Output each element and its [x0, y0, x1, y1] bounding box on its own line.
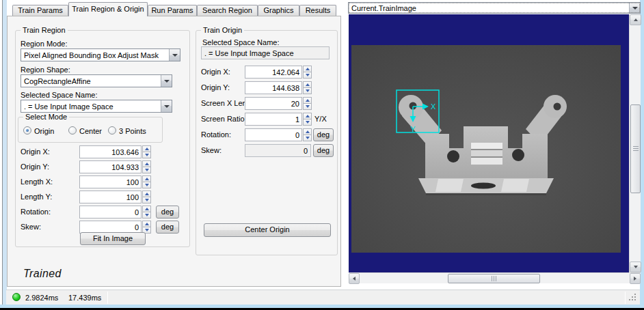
- spin-down-button[interactable]: [142, 182, 151, 188]
- grip-icon: [633, 146, 639, 152]
- triangle-up-icon: [145, 208, 149, 210]
- fit-in-image-button[interactable]: Fit In Image: [80, 232, 146, 245]
- triangle-down-icon: [145, 199, 149, 201]
- region-shape-dropdown[interactable]: CogRectangleAffine: [21, 74, 172, 87]
- triangle-down-icon: [306, 89, 310, 92]
- triangle-up-icon: [306, 115, 310, 117]
- scroll-right-button[interactable]: [630, 273, 641, 284]
- region-space-name-dropdown[interactable]: . = Use Input Image Space: [21, 100, 172, 113]
- tr-rotation-value[interactable]: 0: [79, 206, 142, 219]
- to-skew-value: 0: [245, 144, 311, 157]
- tab-train-region-origin[interactable]: Train Region & Origin: [68, 2, 148, 16]
- triangle-down-icon: [306, 137, 310, 139]
- image-selector-dropdown[interactable]: Current.TrainImage: [348, 2, 641, 14]
- screen-ratio-spinner[interactable]: 1: [245, 113, 312, 126]
- tab-search-region[interactable]: Search Region: [197, 5, 258, 16]
- region-mode-dropdown[interactable]: Pixel Aligned Bounding Box Adjust Mask: [21, 48, 180, 61]
- spin-down-button[interactable]: [303, 119, 312, 126]
- screen-ratio-value[interactable]: 1: [245, 113, 302, 126]
- tr-length-y-spinner[interactable]: 100: [79, 191, 151, 203]
- tr-length-y-value[interactable]: 100: [79, 191, 142, 203]
- tr-origin-x-spinner[interactable]: 103.646: [79, 145, 151, 158]
- scroll-up-button[interactable]: [630, 14, 641, 25]
- status-separator: [625, 292, 626, 304]
- image-vertical-scrollbar[interactable]: [629, 14, 641, 272]
- axis-x-label: X: [431, 102, 436, 111]
- to-skew-deg-button[interactable]: deg: [313, 144, 334, 157]
- select-mode-group-title: Select Mode: [23, 113, 69, 121]
- to-rotation-deg-button[interactable]: deg: [313, 128, 334, 141]
- screen-x-len-spinner[interactable]: 20: [245, 97, 312, 110]
- triangle-down-icon: [145, 154, 149, 156]
- tr-origin-x-value[interactable]: 103.646: [79, 145, 142, 158]
- triangle-up-icon: [306, 83, 310, 86]
- status-time-2: 17.439ms: [68, 294, 101, 302]
- spin-down-button[interactable]: [142, 167, 151, 173]
- to-rotation-label: Rotation:: [201, 130, 231, 139]
- tab-results[interactable]: Results: [299, 5, 336, 16]
- tr-origin-y-label: Origin Y:: [21, 163, 49, 171]
- to-origin-x-label: Origin X:: [201, 68, 230, 76]
- to-origin-y-spinner[interactable]: 144.638: [245, 81, 312, 94]
- tr-origin-y-value[interactable]: 104.933: [79, 160, 142, 173]
- tr-length-x-spinner[interactable]: 100: [79, 175, 151, 188]
- tab-run-params[interactable]: Run Params: [148, 5, 197, 16]
- horizontal-scroll-thumb[interactable]: [448, 274, 540, 283]
- tr-skew-deg-button[interactable]: deg: [156, 221, 179, 234]
- status-bar: 2.9824ms 17.439ms: [6, 290, 640, 305]
- screen-ratio-label: Screen Ratio:: [201, 115, 247, 123]
- tr-skew-label: Skew:: [21, 223, 41, 231]
- spin-down-button[interactable]: [303, 87, 312, 94]
- tab-train-params[interactable]: Train Params: [12, 5, 68, 16]
- to-rotation-spinner[interactable]: 0: [245, 128, 312, 141]
- image-horizontal-scrollbar[interactable]: [349, 272, 641, 283]
- scroll-down-button[interactable]: [630, 262, 641, 272]
- chevron-down-icon[interactable]: [161, 100, 172, 112]
- vertical-scroll-thumb[interactable]: [630, 104, 641, 193]
- radio-origin[interactable]: [23, 126, 31, 135]
- radio-center[interactable]: [68, 126, 77, 135]
- triangle-down-icon: [145, 214, 149, 216]
- triangle-up-icon: [145, 147, 149, 150]
- region-mode-label: Region Mode:: [21, 40, 68, 48]
- tr-origin-y-spinner[interactable]: 104.933: [79, 160, 151, 173]
- spin-down-button[interactable]: [142, 152, 151, 158]
- spin-down-button[interactable]: [303, 72, 312, 79]
- tab-graphics[interactable]: Graphics: [258, 5, 299, 16]
- to-rotation-value[interactable]: 0: [245, 128, 302, 141]
- tr-rotation-deg-button[interactable]: deg: [156, 206, 179, 219]
- to-origin-x-spinner[interactable]: 142.064: [245, 66, 312, 79]
- chevron-down-icon[interactable]: [629, 3, 640, 13]
- screen-ratio-unit-label: Y/X: [314, 115, 327, 123]
- spin-down-button[interactable]: [142, 212, 151, 219]
- screen-x-len-value[interactable]: 20: [245, 97, 302, 110]
- spin-down-button[interactable]: [303, 135, 312, 141]
- status-separator: [107, 292, 108, 304]
- train-origin-group: Train Origin: [196, 30, 338, 255]
- center-origin-button[interactable]: Center Origin: [204, 223, 331, 237]
- screen-x-len-label: Screen X Len:: [201, 99, 249, 107]
- to-space-name-label: Selected Space Name:: [202, 38, 280, 46]
- status-time-1: 2.9824ms: [25, 294, 58, 302]
- image-display[interactable]: X Y: [349, 14, 629, 272]
- region-space-name-label: Selected Space Name:: [21, 91, 98, 99]
- radio-3-points[interactable]: [108, 126, 116, 135]
- to-origin-x-value[interactable]: 142.064: [245, 66, 302, 79]
- region-space-name-value: . = Use Input Image Space: [21, 102, 161, 111]
- tr-length-x-value[interactable]: 100: [79, 175, 142, 188]
- to-origin-y-value[interactable]: 144.638: [245, 81, 302, 94]
- triangle-down-icon: [145, 184, 149, 186]
- to-skew-label: Skew:: [201, 146, 222, 154]
- spin-down-button[interactable]: [303, 103, 312, 110]
- triangle-up-icon: [306, 68, 310, 70]
- triangle-down-icon: [306, 74, 310, 76]
- resize-grip-icon[interactable]: [634, 299, 636, 300]
- chevron-down-icon[interactable]: [161, 75, 172, 87]
- scroll-left-button[interactable]: [349, 273, 360, 284]
- chevron-down-icon[interactable]: [169, 49, 180, 61]
- triangle-up-icon: [306, 99, 310, 102]
- triangle-down-icon: [306, 105, 310, 108]
- status-led-icon: [12, 293, 21, 301]
- tr-rotation-spinner[interactable]: 0: [79, 206, 151, 219]
- spin-down-button[interactable]: [142, 197, 151, 203]
